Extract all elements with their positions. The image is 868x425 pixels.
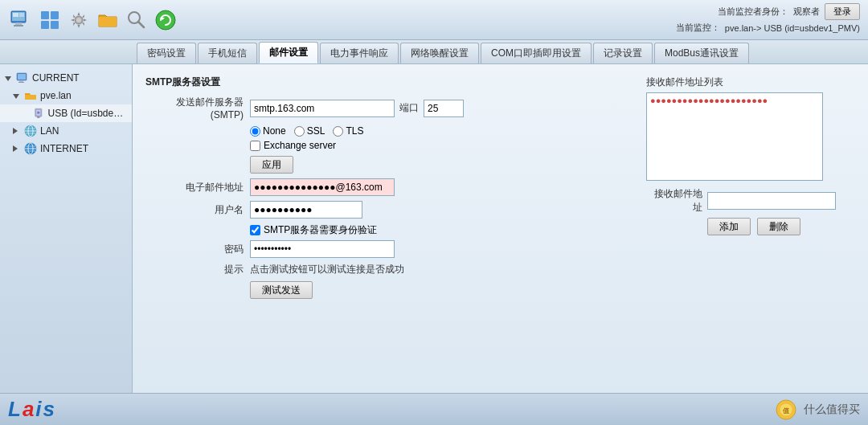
monitor-identity-value: 观察者 xyxy=(793,6,820,18)
toolbar-icon-search[interactable] xyxy=(124,7,149,33)
svg-rect-8 xyxy=(41,21,49,29)
email-row: 电子邮件地址 xyxy=(145,178,622,196)
toolbar-icon-folder[interactable] xyxy=(95,7,121,33)
port-row: 端口 xyxy=(250,100,464,117)
toolbar-icon-grid[interactable] xyxy=(37,7,63,33)
tab-password[interactable]: 密码设置 xyxy=(137,43,196,63)
recipient-addr-input[interactable] xyxy=(707,192,836,210)
exchange-checkbox[interactable] xyxy=(250,141,260,151)
monitor-target-value: pve.lan-> USB (id=usbdev1_PMV) xyxy=(725,23,860,33)
delete-button[interactable]: 删除 xyxy=(757,218,800,235)
tab-log[interactable]: 记录设置 xyxy=(593,43,653,63)
outgoing-server-label: 发送邮件服务器(SMTP) xyxy=(145,96,250,121)
svg-rect-6 xyxy=(41,11,49,19)
svg-rect-4 xyxy=(13,13,18,17)
toolbar-icon-refresh[interactable] xyxy=(153,7,178,33)
svg-text:值: 值 xyxy=(782,407,790,415)
sidebar-item-lan[interactable]: LAN xyxy=(0,122,132,140)
watermark-area: 值 什么值得买 xyxy=(775,398,860,421)
radio-ssl-input[interactable] xyxy=(294,126,305,137)
svg-rect-9 xyxy=(51,21,59,29)
svg-rect-18 xyxy=(18,74,26,80)
hint-label: 提示 xyxy=(145,263,250,276)
username-input[interactable] xyxy=(250,201,362,219)
svg-rect-12 xyxy=(99,17,117,27)
smtp-container: SMTP服务器设置 发送邮件服务器(SMTP) 端口 None xyxy=(145,76,855,304)
toolbar-icons xyxy=(8,7,178,33)
internet-icon xyxy=(24,142,37,155)
toolbar-icon-monitor[interactable] xyxy=(8,7,34,33)
smtp-auth-row: SMTP服务器需要身份验证 xyxy=(145,223,622,237)
tab-email[interactable]: 邮件设置 xyxy=(259,42,318,63)
test-send-button[interactable]: 测试发送 xyxy=(250,281,313,299)
password-label: 密码 xyxy=(145,243,250,256)
username-label: 用户名 xyxy=(145,203,250,217)
email-input[interactable] xyxy=(250,178,395,196)
top-bar-right: 当前监控者身份： 观察者 登录 当前监控： pve.lan-> USB (id=… xyxy=(676,3,860,35)
svg-point-25 xyxy=(37,112,39,114)
recipient-list: ●●●●●●●●●●●●●●●●●●●●●● xyxy=(646,92,823,181)
watermark-icon: 值 xyxy=(775,398,797,421)
apply-button[interactable]: 应用 xyxy=(250,156,293,174)
radio-ssl[interactable]: SSL xyxy=(294,125,326,137)
tab-network[interactable]: 网络唤醒设置 xyxy=(400,43,479,63)
lan-arrow xyxy=(13,125,21,137)
recipient-input-row: 接收邮件地址 xyxy=(646,187,855,215)
tab-power[interactable]: 电力事件响应 xyxy=(320,43,399,63)
sidebar-item-current-label: CURRENT xyxy=(32,72,80,84)
apply-btn-row: 应用 xyxy=(145,156,622,174)
outgoing-server-row: 发送邮件服务器(SMTP) 端口 xyxy=(145,96,622,121)
smtp-auth-checkbox[interactable] xyxy=(250,225,260,235)
svg-rect-20 xyxy=(18,82,24,83)
exchange-checkbox-row: Exchange server xyxy=(145,140,622,151)
logo-area: Lais xyxy=(8,397,56,422)
svg-rect-21 xyxy=(25,95,36,100)
top-bar: 当前监控者身份： 观察者 登录 当前监控： pve.lan-> USB (id=… xyxy=(0,0,868,40)
radio-none-input[interactable] xyxy=(250,126,260,137)
tab-com[interactable]: COM口即插即用设置 xyxy=(481,43,592,63)
internet-arrow xyxy=(13,143,21,154)
svg-rect-19 xyxy=(19,80,23,82)
radio-tls[interactable]: TLS xyxy=(333,125,363,137)
hint-row: 提示 点击测试按钮可以测试连接是否成功 xyxy=(145,263,622,276)
monitor-identity-label: 当前监控者身份： xyxy=(718,6,788,18)
recipient-list-label: 接收邮件地址列表 xyxy=(646,76,855,89)
outgoing-server-input[interactable] xyxy=(250,100,395,117)
exchange-label: Exchange server xyxy=(264,140,336,151)
sidebar-item-pve-lan-label: pve.lan xyxy=(40,90,72,101)
email-label: 电子邮件地址 xyxy=(145,181,250,194)
sidebar-item-pve-lan[interactable]: pve.lan xyxy=(0,87,132,104)
watermark-text: 什么值得买 xyxy=(804,403,860,417)
tab-sms[interactable]: 手机短信 xyxy=(198,43,257,63)
sidebar-item-usb[interactable]: USB (Id=usbdev1_PM xyxy=(0,104,132,122)
sidebar-item-current[interactable]: CURRENT xyxy=(0,69,132,87)
recipient-list-item: ●●●●●●●●●●●●●●●●●●●●●● xyxy=(649,95,821,106)
smtp-right: 接收邮件地址列表 ●●●●●●●●●●●●●●●●●●●●●● 接收邮件地址 添… xyxy=(646,76,855,304)
radio-none[interactable]: None xyxy=(250,125,286,137)
recipient-buttons: 添加 删除 xyxy=(646,218,855,235)
tab-modbus[interactable]: ModBus通讯设置 xyxy=(654,43,749,63)
radio-tls-input[interactable] xyxy=(333,126,343,137)
smtp-section-title: SMTP服务器设置 xyxy=(145,76,622,89)
password-input[interactable] xyxy=(250,240,395,258)
login-button[interactable]: 登录 xyxy=(825,3,860,20)
test-btn-row: 测试发送 xyxy=(145,281,622,299)
sidebar-item-internet-label: INTERNET xyxy=(40,143,88,154)
port-input[interactable] xyxy=(424,100,464,117)
radio-group: None SSL TLS xyxy=(145,125,622,137)
svg-rect-5 xyxy=(19,13,24,17)
pve-lan-arrow xyxy=(13,90,21,101)
pve-lan-icon xyxy=(24,89,37,102)
svg-rect-2 xyxy=(14,25,23,27)
toolbar-icon-gear[interactable] xyxy=(66,7,92,33)
sidebar-item-internet[interactable]: INTERNET xyxy=(0,140,132,157)
logo: Lais xyxy=(8,397,56,422)
smtp-left: SMTP服务器设置 发送邮件服务器(SMTP) 端口 None xyxy=(145,76,622,304)
sidebar: CURRENT pve.lan USB (Id=usbdev1_PM xyxy=(0,64,133,393)
username-row: 用户名 xyxy=(145,201,622,219)
usb-icon xyxy=(34,107,44,120)
current-arrow xyxy=(5,72,13,84)
sidebar-item-usb-label: USB (Id=usbdev1_PM xyxy=(48,108,127,119)
smtp-auth-label: SMTP服务器需要身份验证 xyxy=(264,223,377,237)
add-button[interactable]: 添加 xyxy=(707,218,751,235)
